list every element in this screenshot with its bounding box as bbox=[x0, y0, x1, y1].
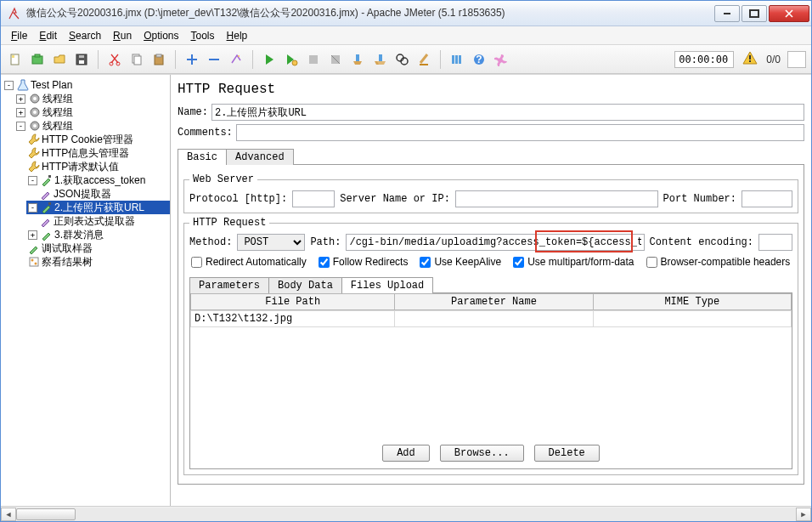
clear-icon[interactable] bbox=[348, 50, 367, 69]
start-icon[interactable] bbox=[260, 50, 279, 69]
files-table[interactable]: File Path Parameter Name MIME Type bbox=[190, 293, 792, 310]
scroll-left-arrow[interactable]: ◄ bbox=[1, 508, 16, 521]
tree-s3[interactable]: 3.群发消息 bbox=[54, 228, 104, 241]
gear-icon bbox=[29, 106, 41, 118]
tree-regex[interactable]: 正则表达式提取器 bbox=[54, 214, 135, 228]
port-input[interactable] bbox=[742, 190, 792, 207]
comments-input[interactable] bbox=[236, 124, 804, 141]
menu-run[interactable]: Run bbox=[108, 28, 137, 43]
cb-multipart[interactable]: Use multipart/form-data bbox=[513, 256, 634, 268]
horizontal-scrollbar[interactable]: ◄ ► bbox=[1, 506, 811, 521]
close-button[interactable] bbox=[769, 5, 809, 22]
expand-icon[interactable] bbox=[183, 50, 201, 69]
server-input[interactable] bbox=[455, 190, 658, 207]
pipette-icon bbox=[41, 229, 53, 241]
menu-edit[interactable]: Edit bbox=[34, 28, 62, 43]
cell-mime-type[interactable] bbox=[593, 311, 791, 327]
maximize-button[interactable] bbox=[742, 5, 767, 22]
delete-button[interactable]: Delete bbox=[534, 445, 600, 462]
protocol-label: Protocol [http]: bbox=[189, 193, 287, 205]
templates-icon[interactable] bbox=[28, 50, 47, 69]
new-icon[interactable] bbox=[6, 50, 25, 69]
timer-display: 00:00:00 bbox=[674, 51, 734, 68]
tree-dbg[interactable]: 调试取样器 bbox=[42, 241, 93, 255]
web-server-group: Web Server Protocol [http]: Server Name … bbox=[183, 173, 798, 213]
method-select[interactable]: POST bbox=[237, 234, 305, 251]
function-helper-icon[interactable] bbox=[448, 50, 466, 69]
svg-point-13 bbox=[238, 55, 240, 57]
menu-tools[interactable]: Tools bbox=[186, 28, 220, 43]
tab-basic[interactable]: Basic bbox=[178, 149, 227, 165]
tab-files-upload[interactable]: Files Upload bbox=[341, 277, 433, 293]
svg-rect-17 bbox=[356, 54, 359, 61]
scroll-track[interactable] bbox=[16, 508, 796, 521]
cell-file-path[interactable]: D:\T132\t132.jpg bbox=[191, 311, 395, 327]
svg-text:?: ? bbox=[476, 54, 482, 65]
tree-defaults[interactable]: HTTP请求默认值 bbox=[42, 160, 119, 173]
tree-selected[interactable]: -2.上传照片获取URL bbox=[26, 201, 170, 214]
tree-header[interactable]: HTTP信息头管理器 bbox=[42, 146, 129, 160]
protocol-input[interactable] bbox=[292, 190, 335, 207]
menubar: File Edit Search Run Options Tools Help bbox=[1, 26, 811, 45]
shutdown-icon[interactable] bbox=[326, 50, 345, 69]
open-icon[interactable] bbox=[50, 50, 69, 69]
tree-tg3[interactable]: 线程组 bbox=[42, 119, 73, 133]
tab-body-data[interactable]: Body Data bbox=[268, 277, 342, 293]
tree-s2: 2.上传照片获取URL bbox=[54, 201, 144, 214]
encoding-input[interactable] bbox=[758, 234, 792, 251]
start-no-timer-icon[interactable] bbox=[282, 50, 301, 69]
help-icon[interactable]: ? bbox=[470, 50, 488, 69]
tree-root[interactable]: Test Plan bbox=[31, 78, 72, 92]
add-button[interactable]: Add bbox=[382, 445, 430, 462]
table-row[interactable]: D:\T132\t132.jpg bbox=[191, 311, 792, 327]
cb-follow[interactable]: Follow Redirects bbox=[319, 256, 409, 268]
search-icon[interactable] bbox=[392, 50, 411, 69]
menu-options[interactable]: Options bbox=[138, 28, 183, 43]
scroll-right-arrow[interactable]: ► bbox=[796, 508, 811, 521]
plugins-icon[interactable] bbox=[492, 50, 510, 69]
cut-icon[interactable] bbox=[105, 50, 124, 69]
clear-all-icon[interactable] bbox=[370, 50, 389, 69]
tree-tg2[interactable]: 线程组 bbox=[42, 105, 73, 119]
collapse-icon[interactable] bbox=[205, 50, 223, 69]
cb-keepalive[interactable]: Use KeepAlive bbox=[420, 256, 501, 268]
window-title: 微信公众号20200316.jmx (D:\jmeter_dev\T132\微信… bbox=[26, 6, 713, 20]
svg-point-37 bbox=[31, 259, 34, 262]
col-file-path[interactable]: File Path bbox=[191, 294, 395, 310]
copy-icon[interactable] bbox=[127, 50, 146, 69]
tree-view[interactable]: 察看结果树 bbox=[42, 255, 93, 269]
paste-icon[interactable] bbox=[149, 50, 168, 69]
tree-tg1[interactable]: 线程组 bbox=[42, 92, 73, 105]
cb-redirect[interactable]: Redirect Automatically bbox=[191, 256, 307, 268]
reset-search-icon[interactable] bbox=[414, 50, 433, 69]
toggle-icon[interactable] bbox=[227, 50, 245, 69]
menu-search[interactable]: Search bbox=[64, 28, 106, 43]
svg-rect-18 bbox=[379, 54, 382, 61]
main-panel: HTTP Request Name: Comments: Basic Advan… bbox=[171, 75, 811, 506]
tab-advanced[interactable]: Advanced bbox=[226, 149, 294, 165]
wrench-icon bbox=[28, 133, 40, 145]
save-icon[interactable] bbox=[72, 50, 91, 69]
port-label: Port Number: bbox=[663, 193, 736, 205]
server-label: Server Name or IP: bbox=[340, 193, 450, 205]
menu-help[interactable]: Help bbox=[222, 28, 253, 43]
test-plan-tree[interactable]: -Test Plan +线程组 +线程组 -线程组 HTTP Cookie管理器… bbox=[1, 75, 171, 506]
tree-cookie[interactable]: HTTP Cookie管理器 bbox=[42, 133, 133, 146]
config-tabs: Basic Advanced bbox=[178, 148, 808, 164]
cb-browser[interactable]: Browser-compatible headers bbox=[646, 256, 791, 268]
menu-file[interactable]: File bbox=[6, 28, 32, 43]
col-mime-type[interactable]: MIME Type bbox=[593, 294, 791, 310]
name-input[interactable] bbox=[211, 104, 804, 121]
tree-s1[interactable]: 1.获取access_token bbox=[54, 173, 145, 187]
cell-param-name[interactable] bbox=[395, 311, 593, 327]
tree-json[interactable]: JSON提取器 bbox=[54, 187, 111, 201]
minimize-button[interactable] bbox=[714, 5, 740, 22]
stop-icon[interactable] bbox=[304, 50, 323, 69]
path-input[interactable] bbox=[346, 234, 644, 251]
scroll-thumb[interactable] bbox=[16, 508, 76, 520]
pipette-icon bbox=[41, 201, 53, 213]
tab-parameters[interactable]: Parameters bbox=[189, 277, 269, 293]
error-indicator bbox=[787, 51, 806, 68]
col-param-name[interactable]: Parameter Name bbox=[395, 294, 593, 310]
browse-button[interactable]: Browse... bbox=[440, 445, 524, 462]
